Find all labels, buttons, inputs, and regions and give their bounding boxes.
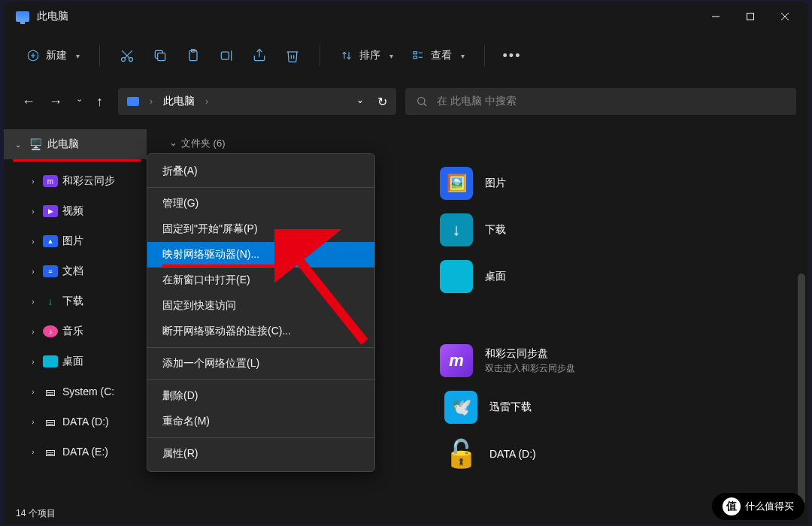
copy-button[interactable] — [145, 41, 175, 71]
search-input[interactable]: 在 此电脑 中搜索 — [405, 88, 796, 115]
video-icon: ▶ — [43, 205, 58, 217]
sidebar-item-videos[interactable]: ›▶视频 — [4, 196, 147, 226]
chevron-right-icon[interactable]: › — [28, 237, 38, 246]
sort-label: 排序 — [359, 49, 380, 62]
sidebar-item-label: DATA (D:) — [62, 416, 109, 428]
context-menu: 折叠(A) 管理(G) 固定到"开始"屏幕(P) 映射网络驱动器(N)... 在… — [147, 153, 375, 472]
folder-label: 下载 — [485, 223, 506, 237]
delete-button[interactable] — [277, 41, 308, 71]
app-hecaiyun[interactable]: m 和彩云同步盘 双击进入和彩云同步盘 — [440, 344, 598, 377]
sidebar-item-documents[interactable]: ›≡文档 — [4, 256, 147, 286]
minimize-button[interactable] — [698, 2, 733, 31]
xunlei-icon: 🕊️ — [444, 391, 477, 424]
sidebar-item-label: 视频 — [62, 204, 83, 218]
chevron-right-icon[interactable]: › — [28, 358, 38, 366]
sidebar: ⌄ 🖥️ 此电脑 ›m和彩云同步 ›▶视频 ›▲图片 ›≡文档 ›↓下载 ›♪音… — [4, 123, 147, 503]
paste-button[interactable] — [178, 41, 208, 71]
cm-rename[interactable]: 重命名(M) — [147, 409, 374, 434]
clipboard-icon — [186, 48, 201, 63]
cm-manage[interactable]: 管理(G) — [147, 191, 374, 216]
chevron-right-icon[interactable]: › — [28, 388, 38, 396]
trash-icon — [285, 48, 300, 63]
app-label: 迅雷下载 — [489, 401, 532, 414]
section-folders-header[interactable]: 文件夹 (6) — [169, 137, 786, 150]
sidebar-item-label: 此电脑 — [47, 138, 79, 151]
cut-button[interactable] — [112, 41, 142, 71]
chevron-right-icon[interactable]: › — [28, 418, 38, 426]
cm-pin-quick-access[interactable]: 固定到快速访问 — [147, 293, 374, 319]
sidebar-item-desktop[interactable]: ›桌面 — [4, 346, 147, 376]
app-xunlei[interactable]: 🕊️ 迅雷下载 — [444, 391, 602, 424]
cm-properties[interactable]: 属性(R) — [147, 441, 374, 467]
svg-rect-21 — [414, 52, 417, 54]
svg-rect-1 — [747, 14, 754, 20]
sidebar-item-downloads[interactable]: ›↓下载 — [4, 286, 147, 316]
sidebar-item-this-pc[interactable]: ⌄ 🖥️ 此电脑 — [4, 129, 147, 159]
cm-disconnect-network-drive[interactable]: 断开网络驱动器的连接(C)... — [147, 319, 374, 344]
document-icon: ≡ — [43, 265, 58, 277]
folder-pictures[interactable]: 🖼️ 图片 — [440, 167, 598, 200]
sidebar-item-label: 和彩云同步 — [62, 174, 115, 188]
sidebar-item-drive-e[interactable]: ›🖴DATA (E:) — [4, 437, 147, 467]
watermark-text: 什么值得买 — [745, 500, 794, 513]
scrollbar[interactable] — [798, 274, 805, 503]
watermark-icon: 值 — [723, 497, 741, 515]
more-button[interactable]: ••• — [497, 41, 527, 71]
sidebar-item-label: System (C: — [62, 385, 114, 398]
scissors-icon — [120, 48, 135, 63]
app-subtitle: 双击进入和彩云同步盘 — [485, 362, 575, 375]
folder-desktop[interactable]: 桌面 — [440, 260, 598, 293]
drive-d[interactable]: 🔓 DATA (D:) — [444, 437, 602, 470]
maximize-button[interactable] — [733, 2, 768, 31]
status-bar: 14 个项目 — [4, 503, 808, 524]
recent-button[interactable]: ⌄ — [76, 94, 83, 110]
chevron-right-icon: › — [150, 96, 153, 107]
sort-button[interactable]: 排序 — [332, 44, 401, 67]
sidebar-item-drive-c[interactable]: ›🖴System (C: — [4, 376, 147, 407]
sidebar-item-music[interactable]: ›♪音乐 — [4, 316, 147, 346]
drive-icon: 🔓 — [444, 437, 477, 470]
search-icon — [416, 95, 428, 107]
breadcrumb-root[interactable]: 此电脑 — [163, 95, 195, 108]
rename-icon — [219, 48, 234, 63]
svg-rect-22 — [414, 56, 417, 59]
pictures-folder-icon: 🖼️ — [440, 167, 473, 200]
sort-icon — [340, 49, 353, 62]
history-dropdown-icon[interactable]: ⌄ — [356, 95, 364, 109]
rename-button[interactable] — [211, 41, 241, 71]
chevron-right-icon: › — [205, 96, 208, 107]
forward-button[interactable]: → — [49, 94, 62, 110]
nav-arrows: ← → ⌄ ↑ — [16, 94, 109, 110]
chevron-right-icon[interactable]: › — [28, 177, 38, 186]
share-button[interactable] — [244, 41, 274, 71]
sidebar-item-drive-d[interactable]: ›🖴DATA (D:) — [4, 407, 147, 437]
chevron-right-icon[interactable]: › — [28, 328, 38, 336]
address-bar[interactable]: › 此电脑 › ⌄ ↻ — [118, 88, 396, 115]
cm-open-new-window[interactable]: 在新窗口中打开(E) — [147, 268, 374, 293]
sidebar-item-label: 文档 — [62, 265, 83, 278]
chevron-right-icon[interactable]: › — [28, 207, 38, 216]
cm-delete[interactable]: 删除(D) — [147, 383, 374, 409]
chevron-right-icon[interactable]: › — [28, 448, 38, 456]
sidebar-item-hecaiyun[interactable]: ›m和彩云同步 — [4, 166, 147, 196]
cm-add-network-location[interactable]: 添加一个网络位置(L) — [147, 351, 374, 376]
sidebar-item-pictures[interactable]: ›▲图片 — [4, 226, 147, 256]
refresh-button[interactable]: ↻ — [377, 95, 387, 109]
cm-pin-start[interactable]: 固定到"开始"屏幕(P) — [147, 216, 374, 242]
explorer-window: 此电脑 新建 排序 查看 ••• ← → — [4, 2, 808, 524]
svg-rect-14 — [221, 52, 229, 59]
sidebar-item-label: DATA (E:) — [62, 446, 108, 458]
view-button[interactable]: 查看 — [404, 44, 472, 67]
up-button[interactable]: ↑ — [96, 94, 103, 110]
chevron-right-icon[interactable]: › — [28, 298, 38, 306]
search-placeholder: 在 此电脑 中搜索 — [437, 95, 517, 108]
new-button[interactable]: 新建 — [19, 44, 87, 67]
chevron-down-icon[interactable]: ⌄ — [13, 141, 23, 149]
cm-map-network-drive[interactable]: 映射网络驱动器(N)... — [147, 242, 374, 268]
folder-downloads[interactable]: ↓ 下载 — [440, 213, 598, 246]
drive-icon: 🖴 — [43, 385, 58, 398]
cm-collapse[interactable]: 折叠(A) — [147, 159, 374, 184]
close-button[interactable] — [768, 2, 802, 31]
chevron-right-icon[interactable]: › — [28, 268, 38, 276]
back-button[interactable]: ← — [22, 94, 35, 110]
